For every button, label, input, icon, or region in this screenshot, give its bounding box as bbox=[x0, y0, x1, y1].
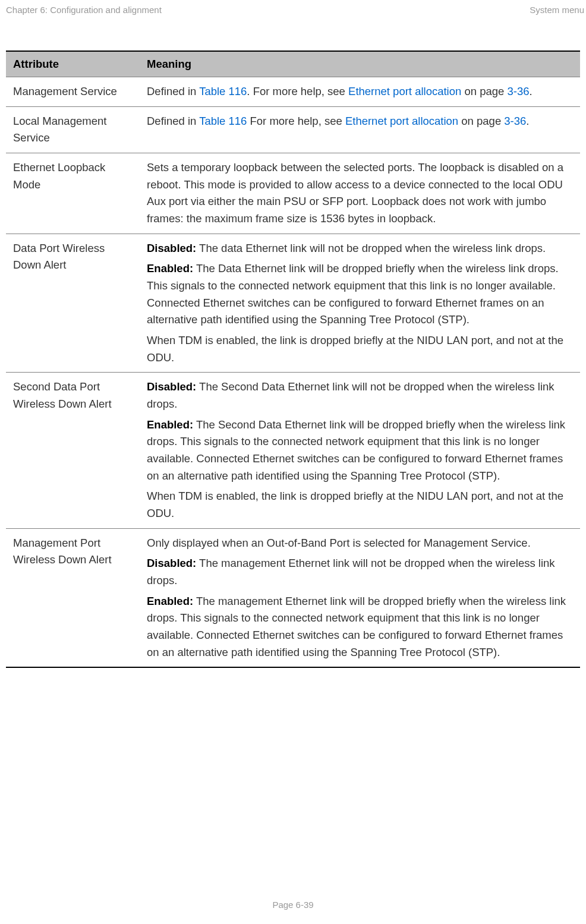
text: . bbox=[530, 85, 533, 97]
cell-meaning: Only displayed when an Out-of-Band Port … bbox=[140, 528, 580, 667]
paragraph: Enabled: The Second Data Ethernet link w… bbox=[147, 417, 574, 485]
header-left: Chapter 6: Configuration and alignment bbox=[6, 5, 162, 15]
paragraph: Disabled: The Second Data Ethernet link … bbox=[147, 379, 574, 412]
content-area: Attribute Meaning Management Service Def… bbox=[0, 15, 586, 668]
cell-meaning: Defined in Table 116 For more help, see … bbox=[140, 106, 580, 153]
text: . For more help, see bbox=[247, 85, 348, 97]
table-row: Data Port Wireless Down Alert Disabled: … bbox=[6, 234, 580, 373]
link-table-116[interactable]: Table 116 bbox=[199, 85, 247, 97]
cell-meaning: Disabled: The Second Data Ethernet link … bbox=[140, 373, 580, 528]
text: The data Ethernet link will not be dropp… bbox=[196, 242, 546, 254]
cell-attribute: Second Data Port Wireless Down Alert bbox=[6, 373, 140, 528]
attribute-table: Attribute Meaning Management Service Def… bbox=[6, 51, 580, 668]
header-right: System menu bbox=[530, 5, 584, 15]
cell-meaning: Sets a temporary loopback between the se… bbox=[140, 153, 580, 234]
bold-label: Enabled: bbox=[147, 595, 193, 607]
text: The Second Data Ethernet link will be dr… bbox=[147, 418, 565, 482]
page-footer: Page 6-39 bbox=[0, 900, 586, 910]
text: The management Ethernet link will be dro… bbox=[147, 595, 566, 658]
header-attribute: Attribute bbox=[6, 51, 140, 77]
table-row: Local Management Service Defined in Tabl… bbox=[6, 106, 580, 153]
cell-attribute: Local Management Service bbox=[6, 106, 140, 153]
paragraph: Only displayed when an Out-of-Band Port … bbox=[147, 535, 574, 552]
paragraph: Disabled: The data Ethernet link will no… bbox=[147, 240, 574, 257]
text: The Second Data Ethernet link will not b… bbox=[147, 380, 555, 410]
paragraph: Enabled: The management Ethernet link wi… bbox=[147, 593, 574, 661]
link-ethernet-port-allocation[interactable]: Ethernet port allocation bbox=[348, 85, 461, 97]
table-row: Management Service Defined in Table 116.… bbox=[6, 77, 580, 107]
paragraph: Disabled: The management Ethernet link w… bbox=[147, 555, 574, 589]
cell-meaning: Defined in Table 116. For more help, see… bbox=[140, 77, 580, 107]
cell-attribute: Ethernet Loopback Mode bbox=[6, 153, 140, 234]
paragraph: Sets a temporary loopback between the se… bbox=[147, 159, 574, 228]
bold-label: Disabled: bbox=[147, 380, 196, 393]
table-row: Management Port Wireless Down Alert Only… bbox=[6, 528, 580, 667]
page-header: Chapter 6: Configuration and alignment S… bbox=[0, 0, 586, 15]
text: on page bbox=[461, 85, 507, 97]
table-header-row: Attribute Meaning bbox=[6, 51, 580, 77]
cell-attribute: Management Port Wireless Down Alert bbox=[6, 528, 140, 667]
link-ethernet-port-allocation[interactable]: Ethernet port allocation bbox=[345, 115, 458, 127]
table-row: Second Data Port Wireless Down Alert Dis… bbox=[6, 373, 580, 528]
bold-label: Disabled: bbox=[147, 557, 196, 569]
text: The management Ethernet link will not be… bbox=[147, 557, 555, 586]
link-page-3-36[interactable]: 3-36 bbox=[504, 115, 526, 127]
text: For more help, see bbox=[247, 115, 345, 127]
cell-attribute: Management Service bbox=[6, 77, 140, 107]
paragraph: When TDM is enabled, the link is dropped… bbox=[147, 488, 574, 522]
bold-label: Enabled: bbox=[147, 418, 193, 431]
paragraph: Enabled: The Data Ethernet link will be … bbox=[147, 260, 574, 329]
cell-meaning: Disabled: The data Ethernet link will no… bbox=[140, 234, 580, 373]
bold-label: Disabled: bbox=[147, 242, 196, 254]
bold-label: Enabled: bbox=[147, 262, 193, 275]
cell-attribute: Data Port Wireless Down Alert bbox=[6, 234, 140, 373]
text: on page bbox=[458, 115, 504, 127]
paragraph: When TDM is enabled, the link is dropped… bbox=[147, 332, 574, 366]
link-table-116[interactable]: Table 116 bbox=[199, 115, 247, 127]
text: Defined in bbox=[147, 85, 199, 97]
text: . bbox=[526, 115, 529, 127]
table-row: Ethernet Loopback Mode Sets a temporary … bbox=[6, 153, 580, 234]
header-meaning: Meaning bbox=[140, 51, 580, 77]
link-page-3-36[interactable]: 3-36 bbox=[507, 85, 529, 97]
text: The Data Ethernet link will be dropped b… bbox=[147, 262, 559, 326]
text: Defined in bbox=[147, 115, 199, 127]
page-number: Page 6-39 bbox=[272, 900, 313, 910]
